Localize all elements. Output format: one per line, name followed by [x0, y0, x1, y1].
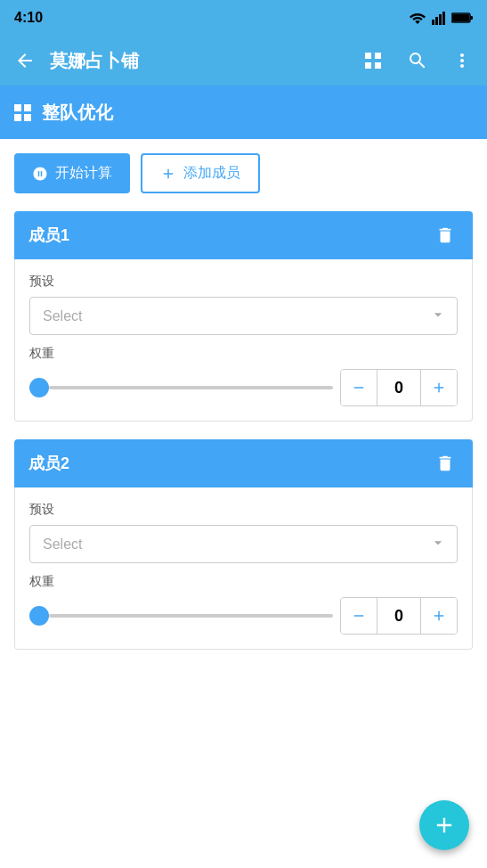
- fab-add-button[interactable]: [419, 800, 469, 850]
- member2-slider-thumb: [29, 606, 49, 626]
- main-content: 开始计算 添加成员 成员1 预设 Select: [0, 139, 487, 868]
- member2-select[interactable]: Select: [29, 525, 458, 563]
- back-button[interactable]: [11, 46, 39, 75]
- member2-preset-label: 预设: [29, 502, 458, 518]
- svg-rect-0: [432, 20, 434, 25]
- section-header-icon: [14, 104, 31, 121]
- member1-delete-button[interactable]: [432, 222, 459, 249]
- battery-icon: [451, 12, 473, 24]
- fab-add-icon: [432, 813, 457, 838]
- search-icon: [407, 50, 428, 71]
- member2-weight-label: 权重: [29, 574, 458, 590]
- add-icon: [160, 166, 176, 182]
- member2-slider-container: [29, 606, 333, 626]
- member2-body: 预设 Select 权重: [14, 487, 473, 650]
- member2-card: 成员2 预设 Select 权重: [14, 439, 473, 650]
- svg-rect-2: [439, 14, 442, 25]
- minus-icon: [351, 608, 367, 624]
- member2-minus-button[interactable]: [341, 598, 377, 634]
- member2-slider-track: [49, 614, 333, 618]
- section-title: 整队优化: [42, 101, 113, 125]
- signal-icon: [432, 11, 446, 25]
- grid-button[interactable]: [359, 46, 387, 75]
- add-member-button[interactable]: 添加成员: [141, 153, 260, 193]
- member1-select[interactable]: Select: [29, 297, 458, 335]
- search-button[interactable]: [403, 46, 432, 75]
- member2-stepper: 0: [340, 597, 458, 635]
- member1-select-wrapper: Select: [29, 297, 458, 335]
- member1-weight-row: 0: [29, 369, 458, 406]
- top-bar-icons: [359, 46, 476, 75]
- member1-header: 成员1: [14, 211, 473, 259]
- member1-preset-label: 预设: [29, 274, 458, 290]
- more-icon: [451, 50, 473, 71]
- member1-slider-track: [49, 386, 333, 389]
- grid-icon: [362, 50, 384, 71]
- top-bar: 莫娜占卜铺: [0, 36, 487, 86]
- member1-slider-container: [29, 378, 333, 397]
- minus-icon: [351, 380, 367, 396]
- back-icon: [14, 50, 36, 71]
- member1-weight-value: 0: [377, 370, 421, 405]
- section-header: 整队优化: [0, 86, 487, 139]
- member2-label: 成员2: [28, 453, 69, 474]
- member1-label: 成员1: [28, 225, 69, 246]
- start-calc-button[interactable]: 开始计算: [14, 153, 130, 193]
- member2-select-wrapper: Select: [29, 525, 458, 563]
- member1-minus-button[interactable]: [341, 370, 377, 405]
- member2-plus-button[interactable]: [421, 598, 457, 634]
- action-row: 开始计算 添加成员: [14, 153, 473, 193]
- svg-rect-3: [442, 12, 445, 25]
- member2-delete-button[interactable]: [432, 450, 459, 477]
- member2-weight-value: 0: [377, 598, 421, 634]
- status-bar: 4:10: [0, 0, 487, 36]
- svg-rect-6: [452, 14, 469, 21]
- plus-icon: [431, 380, 447, 396]
- plus-icon: [431, 608, 447, 624]
- status-time: 4:10: [14, 10, 43, 26]
- more-button[interactable]: [448, 46, 476, 75]
- member2-header: 成员2: [14, 439, 473, 487]
- svg-rect-1: [435, 17, 438, 25]
- member1-slider-thumb: [29, 378, 49, 397]
- member1-card: 成员1 预设 Select 权重: [14, 211, 473, 422]
- svg-rect-5: [470, 16, 473, 20]
- member2-weight-row: 0: [29, 597, 458, 635]
- wifi-icon: [409, 11, 426, 25]
- calc-icon: [32, 166, 48, 182]
- member1-weight-label: 权重: [29, 346, 458, 362]
- delete-icon: [435, 454, 455, 473]
- delete-icon: [435, 225, 455, 245]
- member1-plus-button[interactable]: [421, 370, 457, 405]
- member1-body: 预设 Select 权重: [14, 259, 473, 422]
- page-title: 莫娜占卜铺: [50, 49, 348, 73]
- member1-stepper: 0: [340, 369, 458, 406]
- status-icons: [409, 11, 473, 25]
